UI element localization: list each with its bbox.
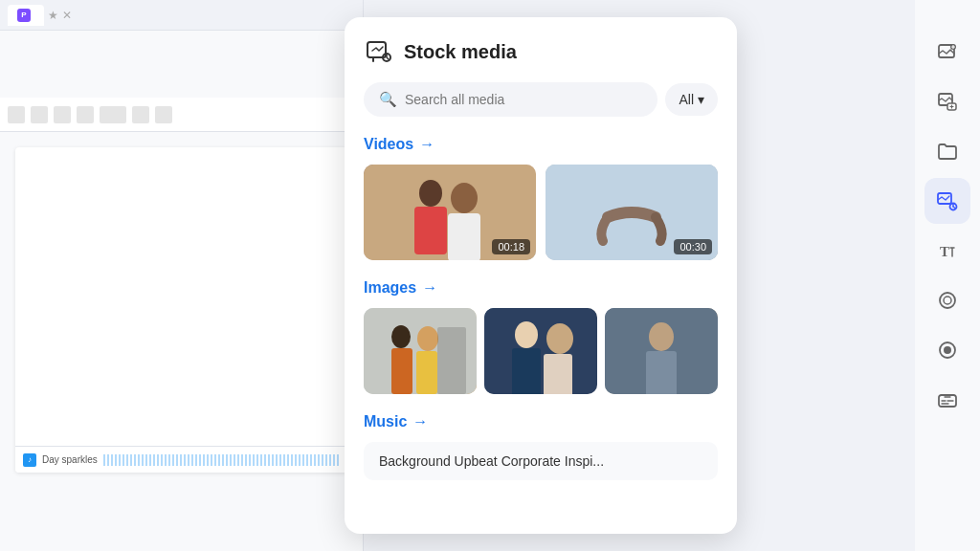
svg-point-3 [419, 180, 442, 207]
tab-star: ★ [48, 9, 58, 22]
audio-bar: ♪ Day sparkles [15, 446, 347, 473]
svg-rect-12 [391, 348, 412, 394]
tab-purple-icon: P [17, 9, 31, 22]
panel-title: Stock media [404, 41, 517, 63]
videos-label[interactable]: Videos [364, 136, 413, 153]
editor-toolbar [0, 98, 363, 132]
search-input-wrap[interactable]: 🔍 [364, 82, 657, 117]
music-item[interactable]: Background Upbeat Corporate Inspi... [364, 442, 718, 480]
svg-rect-18 [512, 348, 541, 394]
record-button[interactable] [924, 327, 970, 373]
svg-rect-6 [448, 213, 480, 260]
editor-tab-bar: P ★ ✕ [0, 0, 363, 31]
video-1-duration: 00:18 [492, 239, 530, 254]
captions-button[interactable] [924, 377, 970, 423]
text-button[interactable]: T [924, 228, 970, 274]
image-thumb-3[interactable] [605, 308, 718, 394]
redo-icon[interactable] [77, 106, 94, 123]
editor-background: P ★ ✕ ♪ Day sparkles [0, 0, 364, 551]
svg-point-35 [944, 346, 951, 354]
images-section-header: Images → [364, 279, 718, 297]
undo-icon[interactable] [54, 106, 71, 123]
svg-rect-24 [605, 308, 718, 394]
videos-arrow[interactable]: → [419, 136, 434, 153]
videos-section-header: Videos → [364, 136, 718, 153]
extra-icon[interactable] [155, 106, 172, 123]
editor-tab-active[interactable]: P [8, 5, 44, 26]
panel-icon [364, 36, 394, 67]
svg-rect-14 [416, 351, 437, 394]
zoom-in-icon[interactable] [8, 106, 25, 123]
image-thumb-2[interactable] [484, 308, 597, 394]
images-label[interactable]: Images [364, 279, 416, 297]
audio-label: Day sparkles [42, 454, 98, 465]
music-item-label: Background Upbeat Corporate Inspi... [379, 453, 604, 469]
zoom-out-icon[interactable] [31, 106, 48, 123]
svg-rect-15 [437, 327, 466, 394]
stock-media-button[interactable] [924, 78, 970, 124]
filter-dropdown[interactable]: All ▾ [665, 83, 718, 116]
svg-point-5 [451, 183, 478, 213]
media-music-button[interactable] [924, 178, 970, 224]
shapes-button[interactable] [924, 277, 970, 323]
svg-point-33 [944, 297, 951, 304]
panel-header: Stock media [364, 36, 718, 67]
fit-icon[interactable] [100, 106, 126, 123]
svg-text:T: T [940, 244, 949, 259]
chevron-down-icon: ▾ [698, 92, 704, 107]
search-bar: 🔍 All ▾ [364, 82, 718, 117]
music-arrow[interactable]: → [412, 413, 428, 430]
tab-close[interactable]: ✕ [62, 9, 72, 22]
music-section-header: Music → [364, 413, 718, 430]
editor-canvas: ♪ Day sparkles [15, 147, 347, 473]
add-image-button[interactable] [924, 29, 970, 75]
audio-icon: ♪ [23, 453, 36, 467]
video-2-duration: 00:30 [674, 239, 712, 254]
audio-waveform [103, 454, 340, 466]
images-arrow[interactable]: → [422, 279, 437, 297]
right-sidebar: T [915, 0, 980, 551]
video-thumb-1[interactable]: 00:18 [364, 165, 536, 260]
svg-point-32 [940, 293, 955, 308]
svg-rect-4 [414, 207, 447, 254]
svg-point-17 [515, 321, 538, 348]
image-thumb-1[interactable] [364, 308, 477, 394]
search-icon: 🔍 [379, 91, 397, 108]
image-grid [364, 308, 718, 394]
cursor-icon[interactable] [132, 106, 149, 123]
video-thumb-2[interactable]: 00:30 [546, 165, 718, 260]
video-grid: 00:18 00:30 [364, 165, 718, 260]
svg-point-11 [391, 325, 411, 348]
svg-point-13 [417, 326, 438, 351]
svg-rect-20 [544, 354, 572, 394]
music-label[interactable]: Music [364, 413, 407, 430]
stock-media-panel: Stock media 🔍 All ▾ Videos → 00:18 [345, 17, 737, 534]
filter-label: All [679, 92, 694, 107]
search-input[interactable] [405, 92, 642, 107]
svg-point-19 [546, 323, 573, 354]
folder-button[interactable] [924, 128, 970, 174]
